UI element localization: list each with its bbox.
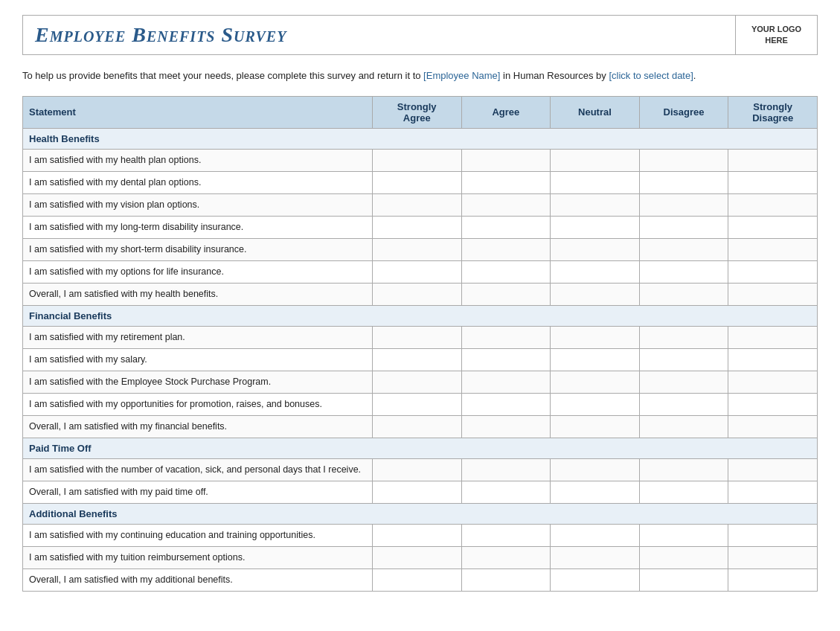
statement-cell-0-3: I am satisfied with my long-term disabil… (23, 216, 373, 238)
rating-cell-0-3-0[interactable] (372, 216, 461, 238)
table-row: I am satisfied with my options for life … (23, 260, 818, 283)
rating-cell-1-4-2[interactable] (551, 415, 640, 438)
rating-cell-0-1-4[interactable] (728, 171, 818, 193)
statement-cell-0-2: I am satisfied with my vision plan optio… (23, 193, 373, 216)
rating-cell-1-4-4[interactable] (728, 415, 818, 438)
rating-cell-0-2-4[interactable] (728, 193, 818, 216)
rating-cell-1-0-4[interactable] (728, 326, 818, 348)
rating-cell-1-2-2[interactable] (551, 371, 640, 393)
rating-cell-0-0-3[interactable] (639, 149, 728, 171)
rating-cell-3-2-4[interactable] (728, 568, 818, 591)
rating-cell-0-5-0[interactable] (372, 260, 461, 283)
survey-title: Employee Benefits Survey (35, 23, 286, 47)
rating-cell-3-0-0[interactable] (372, 524, 461, 546)
rating-cell-0-3-3[interactable] (639, 216, 728, 238)
rating-cell-1-0-0[interactable] (372, 326, 461, 348)
rating-cell-0-5-1[interactable] (461, 260, 551, 283)
rating-cell-2-0-3[interactable] (639, 458, 728, 481)
rating-cell-1-0-3[interactable] (639, 326, 728, 348)
rating-cell-2-1-2[interactable] (551, 481, 640, 503)
rating-cell-0-0-4[interactable] (728, 149, 818, 171)
date-placeholder[interactable]: [click to select date] (609, 70, 693, 81)
rating-cell-1-0-1[interactable] (461, 326, 551, 348)
rating-cell-3-2-1[interactable] (461, 568, 551, 591)
logo-text: YOUR LOGOHERE (751, 24, 801, 47)
rating-cell-1-1-3[interactable] (639, 348, 728, 371)
rating-cell-0-1-2[interactable] (551, 171, 640, 193)
rating-cell-2-1-4[interactable] (728, 481, 818, 503)
rating-cell-0-6-2[interactable] (551, 283, 640, 305)
rating-cell-1-2-4[interactable] (728, 371, 818, 393)
rating-cell-0-2-3[interactable] (639, 193, 728, 216)
rating-cell-0-4-0[interactable] (372, 238, 461, 260)
rating-cell-0-3-2[interactable] (551, 216, 640, 238)
rating-cell-1-2-0[interactable] (372, 371, 461, 393)
rating-cell-0-4-3[interactable] (639, 238, 728, 260)
rating-cell-3-1-1[interactable] (461, 546, 551, 568)
rating-cell-3-0-4[interactable] (728, 524, 818, 546)
rating-cell-1-4-1[interactable] (461, 415, 551, 438)
rating-cell-2-1-1[interactable] (461, 481, 551, 503)
rating-cell-0-4-4[interactable] (728, 238, 818, 260)
rating-cell-1-3-0[interactable] (372, 393, 461, 415)
rating-cell-0-6-1[interactable] (461, 283, 551, 305)
rating-cell-1-3-4[interactable] (728, 393, 818, 415)
intro-text-after: . (693, 70, 696, 81)
rating-cell-0-2-1[interactable] (461, 193, 551, 216)
rating-cell-0-1-1[interactable] (461, 171, 551, 193)
table-header-row: Statement StronglyAgree Agree Neutral Di… (23, 96, 818, 128)
rating-cell-1-4-0[interactable] (372, 415, 461, 438)
rating-cell-3-0-3[interactable] (639, 524, 728, 546)
table-row: Overall, I am satisfied with my addition… (23, 568, 818, 591)
rating-cell-3-0-2[interactable] (551, 524, 640, 546)
rating-cell-0-0-1[interactable] (461, 149, 551, 171)
rating-cell-0-4-2[interactable] (551, 238, 640, 260)
rating-cell-0-4-1[interactable] (461, 238, 551, 260)
rating-cell-2-0-2[interactable] (551, 458, 640, 481)
rating-cell-0-0-0[interactable] (372, 149, 461, 171)
rating-cell-0-6-0[interactable] (372, 283, 461, 305)
rating-cell-0-0-2[interactable] (551, 149, 640, 171)
rating-cell-1-1-4[interactable] (728, 348, 818, 371)
statement-cell-1-0: I am satisfied with my retirement plan. (23, 326, 373, 348)
rating-cell-1-1-2[interactable] (551, 348, 640, 371)
rating-cell-0-5-2[interactable] (551, 260, 640, 283)
rating-cell-2-1-0[interactable] (372, 481, 461, 503)
rating-cell-1-0-2[interactable] (551, 326, 640, 348)
rating-cell-2-0-4[interactable] (728, 458, 818, 481)
rating-cell-3-1-4[interactable] (728, 546, 818, 568)
rating-cell-1-4-3[interactable] (639, 415, 728, 438)
rating-cell-0-3-1[interactable] (461, 216, 551, 238)
rating-cell-0-2-2[interactable] (551, 193, 640, 216)
rating-cell-1-3-3[interactable] (639, 393, 728, 415)
rating-cell-2-0-0[interactable] (372, 458, 461, 481)
rating-cell-0-6-3[interactable] (639, 283, 728, 305)
rating-cell-1-3-2[interactable] (551, 393, 640, 415)
section-header-3: Additional Benefits (23, 503, 818, 524)
employee-name-placeholder[interactable]: [Employee Name] (423, 70, 500, 81)
rating-cell-0-3-4[interactable] (728, 216, 818, 238)
rating-cell-1-1-0[interactable] (372, 348, 461, 371)
rating-cell-0-2-0[interactable] (372, 193, 461, 216)
rating-cell-0-5-3[interactable] (639, 260, 728, 283)
rating-cell-1-2-3[interactable] (639, 371, 728, 393)
rating-cell-3-0-1[interactable] (461, 524, 551, 546)
rating-cell-3-2-2[interactable] (551, 568, 640, 591)
rating-cell-2-1-3[interactable] (639, 481, 728, 503)
rating-cell-1-1-1[interactable] (461, 348, 551, 371)
rating-cell-0-5-4[interactable] (728, 260, 818, 283)
rating-cell-0-6-4[interactable] (728, 283, 818, 305)
rating-cell-0-1-3[interactable] (639, 171, 728, 193)
table-row: Overall, I am satisfied with my health b… (23, 283, 818, 305)
rating-cell-0-1-0[interactable] (372, 171, 461, 193)
rating-cell-3-1-3[interactable] (639, 546, 728, 568)
rating-cell-3-2-3[interactable] (639, 568, 728, 591)
title-area: Employee Benefits Survey (23, 16, 735, 54)
rating-cell-3-2-0[interactable] (372, 568, 461, 591)
rating-cell-2-0-1[interactable] (461, 458, 551, 481)
rating-cell-3-1-2[interactable] (551, 546, 640, 568)
rating-cell-1-2-1[interactable] (461, 371, 551, 393)
rating-cell-3-1-0[interactable] (372, 546, 461, 568)
section-header-0: Health Benefits (23, 128, 818, 149)
rating-cell-1-3-1[interactable] (461, 393, 551, 415)
